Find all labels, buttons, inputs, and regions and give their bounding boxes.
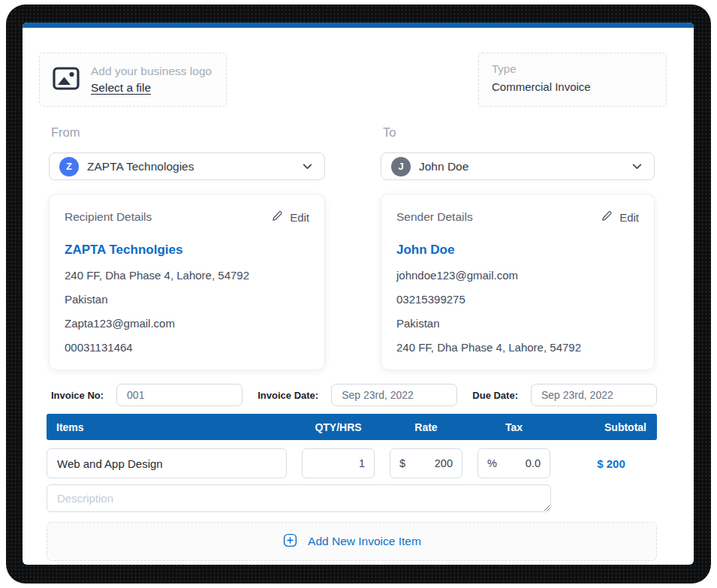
invoice-date-label: Invoice Date: [258,390,318,401]
items-table-header: Items QTY/HRS Rate Tax Subtotal [47,414,657,440]
table-row: $ % $ 200 [47,448,657,478]
recipient-address: 240 FF, Dha Phase 4, Lahore, 54792 [65,269,309,282]
item-rate-field[interactable]: $ [390,448,462,478]
sender-edit-button[interactable]: Edit [601,210,639,225]
upload-texts: Add your business logo Select a file [91,65,212,95]
recipient-name: ZAPTA Technolgies [65,243,309,258]
plus-square-icon [282,532,298,551]
invoice-no-label: Invoice No: [51,390,104,401]
items-table: Items QTY/HRS Rate Tax Subtotal $ % [47,414,657,512]
col-header-tax: Tax [477,421,550,433]
from-label: From [51,125,325,140]
due-date-group: Due Date: [472,384,657,406]
invoice-no-input[interactable] [116,384,243,406]
logo-upload-title: Add your business logo [91,65,212,78]
parties-columns: From Z ZAPTA Technologies Recipient Deta… [49,125,655,370]
logo-upload-dropzone[interactable]: Add your business logo Select a file [39,53,227,107]
from-selected-value: ZAPTA Technologies [87,160,292,173]
to-column: To J John Doe Sender Details [381,125,655,370]
header-row: Add your business logo Select a file Typ… [39,53,667,107]
col-header-qty: QTY/HRS [302,421,375,433]
sender-country: Pakistan [396,317,639,330]
sender-phone: 03215399275 [396,293,639,306]
add-invoice-item-label: Add New Invoice Item [308,535,421,548]
item-description-textarea[interactable] [47,484,551,512]
invoice-date-input[interactable] [331,384,457,406]
to-selected-value: John Doe [419,160,622,173]
col-header-rate: Rate [390,421,462,433]
chevron-down-icon [300,159,315,173]
sender-details-head: Sender Details Edit [396,210,639,225]
sender-details-card: Sender Details Edit John Doe johndoe123@… [381,194,655,370]
from-avatar: Z [59,157,79,176]
item-tax-field[interactable]: % [477,448,550,478]
item-rate-input[interactable] [405,457,453,469]
invoice-meta-row: Invoice No: Invoice Date: Due Date: [51,384,657,406]
type-label: Type [492,62,653,75]
to-label: To [383,125,655,140]
recipient-country: Pakistan [65,293,309,306]
col-header-subtotal: Subtotal [565,421,657,433]
due-date-input[interactable] [531,384,657,406]
recipient-edit-label: Edit [290,211,309,224]
sender-details-title: Sender Details [396,210,473,224]
to-avatar: J [391,157,411,176]
recipient-details-card: Recipient Details Edit ZAPTA Technolgies… [49,194,325,370]
item-qty-input[interactable] [302,448,375,478]
to-dropdown[interactable]: J John Doe [381,152,655,180]
recipient-details-head: Recipient Details Edit [65,210,309,225]
invoice-type-select[interactable]: Type Commercial Invoice [478,53,667,107]
page: Add your business logo Select a file Typ… [0,0,717,588]
from-dropdown[interactable]: Z ZAPTA Technologies [49,152,325,180]
window-frame: Add your business logo Select a file Typ… [6,5,711,583]
pencil-icon [601,210,613,225]
pencil-icon [271,210,284,225]
add-invoice-item-button[interactable]: Add New Invoice Item [47,522,657,561]
select-file-link[interactable]: Select a file [91,81,151,94]
item-tax-input[interactable] [497,457,541,469]
col-header-items: Items [47,421,287,433]
sender-name: John Doe [396,243,639,258]
percent-sign: % [487,457,497,469]
item-subtotal: $ 200 [565,457,657,470]
recipient-details-title: Recipient Details [65,210,152,224]
sender-edit-label: Edit [619,211,639,224]
due-date-label: Due Date: [472,390,518,401]
recipient-email: Zapta123@gmail.com [65,317,309,330]
dollar-sign: $ [399,457,405,469]
recipient-phone: 00031131464 [65,341,309,354]
chevron-down-icon [630,159,644,173]
item-name-input[interactable] [47,448,287,478]
recipient-edit-button[interactable]: Edit [271,210,309,225]
invoice-editor: Add your business logo Select a file Typ… [23,23,694,565]
invoice-no-group: Invoice No: [51,384,243,406]
type-value: Commercial Invoice [492,80,653,93]
from-column: From Z ZAPTA Technologies Recipient Deta… [49,125,325,370]
top-accent-bar [23,23,694,28]
image-icon [53,67,80,93]
invoice-date-group: Invoice Date: [258,384,457,406]
sender-email: johndoe123@gmail.com [396,269,639,282]
sender-address: 240 FF, Dha Phase 4, Lahore, 54792 [396,341,639,354]
